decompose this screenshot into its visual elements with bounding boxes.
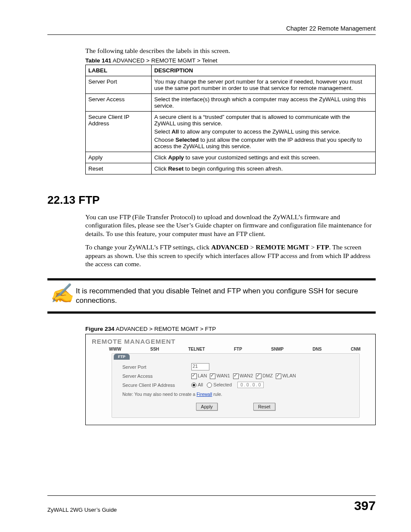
cell-desc: You may change the server port number fo… [152,76,376,94]
tabs-row: WWW SSH TELNET FTP SNMP DNS CNM [92,347,372,352]
page-footer: ZyWALL 2WG User’s Guide 397 [47,495,376,513]
cell-desc: A secure client is a “trusted” computer … [152,112,376,152]
body-paragraph: To change your ZyWALL’s FTP settings, cl… [85,243,376,268]
note-icon: ✍ [47,285,76,301]
secure-client-options: All Selected 0 . 0 . 0 . 0 [191,382,264,388]
radio-selected[interactable] [207,383,212,388]
cell-label: Server Access [86,94,152,112]
ftp-panel: FTP Server Port 21 Server Access LAN WAN… [112,353,360,418]
cell-desc: Click Apply to save your customized sett… [152,152,376,163]
cell-label: Reset [86,163,152,174]
figure-caption-num: Figure 234 [85,326,115,332]
checkbox-wlan[interactable] [276,373,281,379]
label-server-port: Server Port [122,364,191,370]
table-row: Apply Click Apply to save your customize… [86,152,376,163]
checkbox-lan[interactable] [191,373,197,379]
table-caption-text: ADVANCED > REMOTE MGMT > Telnet [112,57,218,64]
tab-snmp[interactable]: SNMP [271,347,283,352]
desc-line: Choose Selected to just allow the comput… [154,137,373,149]
label-description-table: LABEL DESCRIPTION Server Port You may ch… [85,65,376,174]
intro-text: The following table describes the labels… [85,47,376,55]
footer-guide-name: ZyWALL 2WG User’s Guide [47,507,117,513]
desc-line: Select All to allow any computer to acce… [154,128,373,135]
cell-label: Server Port [86,76,152,94]
label-server-access: Server Access [122,373,191,379]
th-label: LABEL [86,65,152,76]
cell-desc: Select the interface(s) through which a … [152,94,376,112]
cell-label: Apply [86,152,152,163]
table-row: Server Port You may change the server po… [86,76,376,94]
screenshot-title: REMOTE MANAGEMENT [92,338,372,345]
tab-www[interactable]: WWW [109,347,121,352]
header-rule [47,34,376,35]
embedded-screenshot: REMOTE MANAGEMENT WWW SSH TELNET FTP SNM… [85,334,376,425]
table-row: Server Access Select the interface(s) th… [86,94,376,112]
table-caption-num: Table 141 [85,57,112,64]
tab-dns[interactable]: DNS [313,347,322,352]
chapter-header: Chapter 22 Remote Management [47,25,376,32]
section-heading: 22.13 FTP [47,193,376,207]
cell-label: Secure Client IP Address [86,112,152,152]
table-row: Secure Client IP Address A secure client… [86,112,376,152]
figure-caption: Figure 234 ADVANCED > REMOTE MGMT > FTP [85,326,376,332]
tab-cnm[interactable]: CNM [351,347,361,352]
panel-heading: FTP [114,354,130,360]
reset-button[interactable]: Reset [253,403,275,411]
radio-all[interactable] [191,383,196,388]
tab-telnet[interactable]: TELNET [188,347,205,352]
note-text: It is recommended that you disable Telne… [76,285,376,305]
th-description: DESCRIPTION [152,65,376,76]
checkbox-wan1[interactable] [210,373,215,379]
table-row: Reset Click Reset to begin configuring t… [86,163,376,174]
desc-line: A secure client is a “trusted” computer … [154,114,373,127]
label-secure-client: Secure Client IP Address [122,383,191,388]
button-row: Apply Reset [112,403,359,411]
tab-ssh[interactable]: SSH [150,347,159,352]
table-caption: Table 141 ADVANCED > REMOTE MGMT > Telne… [85,57,376,64]
ip-address-input[interactable]: 0 . 0 . 0 . 0 [237,382,264,388]
access-options: LAN WAN1 WAN2 DMZ WLAN [191,373,296,379]
cell-desc: Click Reset to begin configuring this sc… [152,163,376,174]
firewall-link[interactable]: Firewall [196,392,212,397]
checkbox-dmz[interactable] [256,373,262,379]
tab-ftp[interactable]: FTP [234,347,242,352]
server-port-input[interactable]: 21 [191,363,209,370]
figure-caption-text: ADVANCED > REMOTE MGMT > FTP [115,326,216,332]
footer-page-number: 397 [354,498,376,513]
checkbox-wan2[interactable] [233,373,239,379]
body-paragraph: You can use FTP (File Transfer Protocol)… [85,213,376,238]
note-callout: ✍ It is recommended that you disable Tel… [47,278,376,314]
apply-button[interactable]: Apply [196,403,218,411]
note-bar-bottom [47,311,376,314]
firewall-note: Note: You may also need to create a Fire… [122,392,352,397]
